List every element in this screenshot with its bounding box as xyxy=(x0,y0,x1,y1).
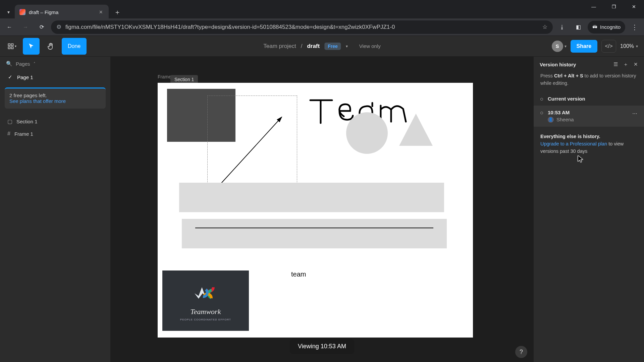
search-tabs-button[interactable]: ▾ xyxy=(3,6,14,18)
filter-icon[interactable]: ☰ xyxy=(613,61,618,68)
layer-list: ▢ Section 1 # Frame 1 xyxy=(0,113,110,140)
breadcrumb-project[interactable]: Team project xyxy=(263,43,296,50)
version-item-current[interactable]: Current version xyxy=(534,92,644,106)
shortcut-hint: Press Ctrl + Alt + S to add to version h… xyxy=(534,72,644,92)
text-node[interactable]: team xyxy=(291,270,306,278)
right-panel-version-history: Version history ☰ ＋ ✕ Press Ctrl + Alt +… xyxy=(533,57,644,362)
pages-label: Pages xyxy=(16,61,30,67)
svg-rect-2 xyxy=(8,47,10,49)
upgrade-link[interactable]: Upgrade to a Professional plan xyxy=(540,141,607,146)
browser-tab[interactable]: draft – Figma × xyxy=(15,5,109,19)
new-tab-button[interactable]: ＋ xyxy=(109,8,125,17)
plan-badge[interactable]: Free xyxy=(324,43,341,50)
incognito-icon: 🕶 xyxy=(592,24,597,30)
close-tab-button[interactable]: × xyxy=(98,9,104,16)
site-settings-icon[interactable]: ⚙ xyxy=(56,23,61,31)
pages-header[interactable]: 🔍 Pages ˄ xyxy=(0,57,110,71)
url-text: figma.com/file/nMSTY1OKvvXSMLY18HsH41/dr… xyxy=(65,24,395,31)
figma-menu-button[interactable]: ▾ xyxy=(3,38,20,55)
panel-title: Version history xyxy=(540,62,576,67)
image-caption: Teamwork xyxy=(191,307,221,316)
version-item[interactable]: 10:53 AM 👤 Sheena ⋯ xyxy=(534,106,644,127)
figma-toolbar: ▾ Done Team project / draft Free ▾ View … xyxy=(0,36,644,57)
chevron-down-icon[interactable]: ▾ xyxy=(346,44,348,49)
version-more-button[interactable]: ⋯ xyxy=(632,110,637,116)
user-menu[interactable]: S ▾ xyxy=(552,41,567,52)
avatar: S xyxy=(552,41,563,52)
plan-upgrade-link[interactable]: See plans that offer more xyxy=(9,98,66,104)
browser-menu-button[interactable]: ⋮ xyxy=(628,20,641,34)
shape-arrow[interactable] xyxy=(215,113,288,190)
shape-bar[interactable] xyxy=(182,219,447,248)
image-subcaption: PEOPLE COORDINATED EFFORT xyxy=(180,318,231,321)
browser-address-bar: ← → ⟳ ⚙ figma.com/file/nMSTY1OKvvXSMLY18… xyxy=(0,18,644,36)
viewing-status-pill: Viewing 10:53 AM xyxy=(290,339,354,354)
shape-circle[interactable] xyxy=(346,112,388,154)
figma-app: ▾ Done Team project / draft Free ▾ View … xyxy=(0,36,644,362)
tab-title: draft – Figma xyxy=(29,9,58,15)
hand-tool-button[interactable] xyxy=(42,38,59,55)
shape-triangle[interactable] xyxy=(399,114,433,146)
breadcrumb-file[interactable]: draft xyxy=(307,43,320,50)
dev-mode-button[interactable]: </> xyxy=(601,40,616,53)
page-item[interactable]: ✓ Page 1 xyxy=(0,71,110,83)
help-button[interactable]: ? xyxy=(515,346,527,358)
incognito-label: Incognito xyxy=(600,24,621,30)
svg-rect-3 xyxy=(11,47,13,49)
timeline-dot-icon xyxy=(540,98,543,101)
window-close-button[interactable]: ✕ xyxy=(624,0,644,13)
frame-icon: # xyxy=(7,131,10,137)
download-button[interactable]: ⭳ xyxy=(555,20,569,34)
move-tool-button[interactable] xyxy=(23,38,40,55)
plan-notice-card: 2 free pages left. See plans that offer … xyxy=(5,87,106,109)
layer-item-frame[interactable]: # Frame 1 xyxy=(0,128,110,140)
figma-favicon-icon xyxy=(19,9,25,15)
nav-reload-button[interactable]: ⟳ xyxy=(35,20,48,34)
url-input[interactable]: ⚙ figma.com/file/nMSTY1OKvvXSMLY18HsH41/… xyxy=(51,20,553,34)
section-icon: ▢ xyxy=(7,118,12,125)
svg-line-4 xyxy=(218,117,282,187)
shape-line[interactable] xyxy=(195,228,433,228)
view-mode-label: View only xyxy=(359,43,381,49)
svg-rect-0 xyxy=(8,44,10,46)
incognito-chip[interactable]: 🕶 Incognito xyxy=(588,21,625,34)
nav-back-button[interactable]: ← xyxy=(3,20,16,34)
author-avatar-icon: 👤 xyxy=(548,117,554,123)
zoom-control[interactable]: 100% ▾ xyxy=(620,43,641,49)
version-history-header: Version history ☰ ＋ ✕ xyxy=(534,57,644,72)
left-panel: 🔍 Pages ˄ ✓ Page 1 2 free pages left. Se… xyxy=(0,57,111,362)
page-name: Page 1 xyxy=(17,74,33,80)
bookmark-star-icon[interactable]: ☆ xyxy=(542,23,547,31)
timeline-dot-icon xyxy=(540,112,543,114)
image-node[interactable]: Teamwork PEOPLE COORDINATED EFFORT xyxy=(162,270,249,331)
window-maximize-button[interactable]: ❐ xyxy=(604,0,624,13)
canvas[interactable]: Frame 1 Section 1 xyxy=(111,57,533,362)
version-time: 10:53 AM xyxy=(548,110,574,115)
check-icon: ✓ xyxy=(8,74,12,80)
done-button[interactable]: Done xyxy=(62,38,87,55)
shape-bar[interactable] xyxy=(179,183,444,212)
layer-item-section[interactable]: ▢ Section 1 xyxy=(0,115,110,128)
breadcrumb: Team project / draft Free ▾ View only xyxy=(263,43,380,50)
search-icon[interactable]: 🔍 xyxy=(6,61,12,67)
chevron-down-icon: ▾ xyxy=(636,44,638,49)
browser-tab-strip: ▾ draft – Figma × ＋ ― ❐ ✕ xyxy=(0,0,644,18)
side-panel-button[interactable]: ◧ xyxy=(572,20,585,34)
teamwork-logo-icon xyxy=(191,281,221,305)
version-author: Sheena xyxy=(556,117,574,122)
artboard[interactable]: team Teamwork PEOPLE COORDINATED EFFORT xyxy=(158,83,473,338)
plan-notice-text: 2 free pages left. xyxy=(9,93,101,98)
chevron-up-icon: ˄ xyxy=(34,62,36,66)
share-button[interactable]: Share xyxy=(571,40,597,53)
close-panel-button[interactable]: ✕ xyxy=(634,61,638,68)
add-version-button[interactable]: ＋ xyxy=(623,61,628,68)
svg-rect-1 xyxy=(11,44,13,46)
window-minimize-button[interactable]: ― xyxy=(584,0,604,13)
nav-forward-button[interactable]: → xyxy=(19,20,32,34)
chevron-down-icon: ▾ xyxy=(565,44,567,49)
upsell-message: Everything else is history. Upgrade to a… xyxy=(534,127,644,161)
